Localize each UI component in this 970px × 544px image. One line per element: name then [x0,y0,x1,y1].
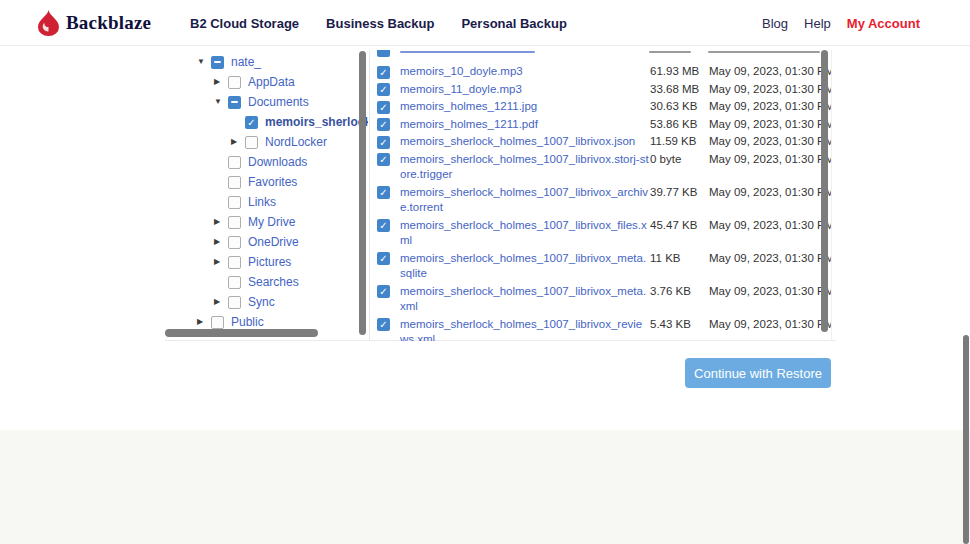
file-row: ✓memoirs_11_doyle.mp333.68 MBMay 09, 202… [377,81,831,99]
file-size: 5.43 KB [650,317,709,333]
nav-link-b2-cloud-storage[interactable]: B2 Cloud Storage [190,16,299,31]
tree-item-searches[interactable]: Searches [165,272,368,292]
tree-item-nordlocker[interactable]: ▶NordLocker [165,132,368,152]
expander-collapsed-icon[interactable]: ▶ [214,212,228,232]
checkbox-checked-icon[interactable]: ✓ [377,252,390,265]
expander-collapsed-icon[interactable]: ▶ [214,252,228,272]
file-row: ✓memoirs_holmes_1211.pdf53.86 KBMay 09, … [377,116,831,134]
tree-item-my-drive[interactable]: ▶My Drive [165,212,368,232]
expander-collapsed-icon[interactable]: ▶ [214,292,228,312]
file-row: ✓memoirs_sherlock_holmes_1007_librivox_r… [377,316,831,342]
restore-file-browser: ▼nate_▶AppData▼Documents✓memoirs_sherloc… [165,50,836,341]
my-account-link[interactable]: My Account [847,16,920,31]
brand-text: Backblaze [66,12,151,34]
file-row: ✓memoirs_sherlock_holmes_1007_librivox.s… [377,151,831,184]
file-list-vertical-scrollbar[interactable] [821,50,828,332]
file-name: memoirs_10_doyle.mp3 [400,64,650,80]
checkbox-indeterminate-icon[interactable] [211,56,224,69]
expander-collapsed-icon[interactable]: ▶ [214,72,228,92]
tree-item-favorites[interactable]: Favorites [165,172,368,192]
tree-item-links[interactable]: Links [165,192,368,212]
expander-collapsed-icon[interactable]: ▶ [214,232,228,252]
file-row: ✓memoirs_sherlock_holmes_1007_librivox_m… [377,250,831,283]
checkbox-checked-icon[interactable]: ✓ [377,219,390,232]
checkbox-empty-icon[interactable] [211,316,224,329]
file-name: memoirs_sherlock_holmes_1007_librivox_ar… [400,185,650,216]
file-date: May 09, 2023, 01:30 PM [709,185,832,201]
link-help[interactable]: Help [804,16,831,31]
expander-expanded-icon[interactable]: ▼ [197,52,211,72]
checkbox-checked-icon[interactable]: ✓ [377,101,390,114]
checkbox-checked-icon[interactable]: ✓ [245,116,258,129]
checkbox-checked-icon[interactable]: ✓ [377,153,390,166]
footer: Backblaze A Publicly Traded Company (BLZ… [0,430,970,544]
page-scroll-thumb[interactable] [963,335,969,544]
tree-item-memoirs-sherlock-ho[interactable]: ✓memoirs_sherlock_ho [165,112,368,132]
file-name: memoirs_sherlock_holmes_1007_librivox_fi… [400,218,650,249]
tree-item-onedrive[interactable]: ▶OneDrive [165,232,368,252]
checkbox-empty-icon[interactable] [245,136,258,149]
file-size: 0 byte [650,152,709,168]
minus-icon [231,101,238,103]
file-size: 61.93 MB [650,64,709,80]
tree-item-nate[interactable]: ▼nate_ [165,52,368,72]
file-size: 30.63 KB [650,99,709,115]
tree-horizontal-scrollbar[interactable] [165,329,318,337]
checkbox-indeterminate-icon[interactable] [228,96,241,109]
main-nav: B2 Cloud StorageBusiness BackupPersonal … [190,0,567,46]
tree-item-public[interactable]: ▶Public [165,312,368,329]
checkbox-checked-icon[interactable]: ✓ [377,136,390,149]
checkbox-empty-icon[interactable] [228,256,241,269]
checkbox-empty-icon[interactable] [228,156,241,169]
checkbox-checked-icon[interactable]: ✓ [377,66,390,79]
checkbox-checked-icon[interactable]: ✓ [377,83,390,96]
file-size: 11 KB [650,251,709,267]
tree-item-appdata[interactable]: ▶AppData [165,72,368,92]
nav-link-personal-backup[interactable]: Personal Backup [461,16,567,31]
folder-tree: ▼nate_▶AppData▼Documents✓memoirs_sherloc… [165,50,368,329]
expander-expanded-icon[interactable]: ▼ [214,92,228,112]
file-date: May 09, 2023, 01:30 PM [709,152,832,168]
checkbox-empty-icon[interactable] [228,196,241,209]
checkbox-empty-icon[interactable] [228,276,241,289]
file-date: May 09, 2023, 01:30 PM [709,218,832,234]
checkbox-empty-icon[interactable] [228,76,241,89]
brand-logo[interactable]: Backblaze [38,10,151,36]
tree-item-downloads[interactable]: Downloads [165,152,368,172]
flame-icon [38,10,59,36]
checkbox-checked-icon[interactable]: ✓ [377,186,390,199]
checkbox-empty-icon[interactable] [228,216,241,229]
file-date: May 09, 2023, 01:30 PM [709,251,832,267]
tree-item-label: Documents [248,95,309,109]
clipped-text-fragment [400,51,535,53]
file-date: May 09, 2023, 01:30 PM [709,64,832,80]
file-list-panel: ✓memoirs_10_doyle.mp361.93 MBMay 09, 202… [369,50,832,341]
link-blog[interactable]: Blog [762,16,788,31]
continue-with-restore-button[interactable]: Continue with Restore [685,358,831,388]
expander-collapsed-icon[interactable]: ▶ [231,132,245,152]
file-name: memoirs_sherlock_holmes_1007_librivox.st… [400,152,650,183]
checkbox-empty-icon[interactable] [228,236,241,249]
file-date: May 09, 2023, 01:30 PM [709,284,832,300]
file-name: memoirs_11_doyle.mp3 [400,82,650,98]
clipped-date-fragment [708,51,820,53]
tree-item-pictures[interactable]: ▶Pictures [165,252,368,272]
checkbox-checked-icon[interactable]: ✓ [377,118,390,131]
file-name: memoirs_holmes_1211.jpg [400,99,650,115]
nav-link-business-backup[interactable]: Business Backup [326,16,434,31]
file-size: 3.76 KB [650,284,709,300]
file-size: 39.77 KB [650,185,709,201]
file-name: memoirs_holmes_1211.pdf [400,117,650,133]
tree-item-documents[interactable]: ▼Documents [165,92,368,112]
checkbox-checked-icon[interactable]: ✓ [377,318,390,331]
checkbox-checked-icon[interactable]: ✓ [377,285,390,298]
checkbox-empty-icon[interactable] [228,176,241,189]
file-name: memoirs_sherlock_holmes_1007_librivox.js… [400,134,650,150]
file-date: May 09, 2023, 01:30 PM [709,99,832,115]
checkbox-empty-icon[interactable] [228,296,241,309]
file-size: 45.47 KB [650,218,709,234]
backblaze-restore-page: Backblaze B2 Cloud StorageBusiness Backu… [0,0,970,544]
tree-vertical-scrollbar[interactable] [359,51,366,335]
tree-item-sync[interactable]: ▶Sync [165,292,368,312]
expander-collapsed-icon[interactable]: ▶ [197,312,211,329]
